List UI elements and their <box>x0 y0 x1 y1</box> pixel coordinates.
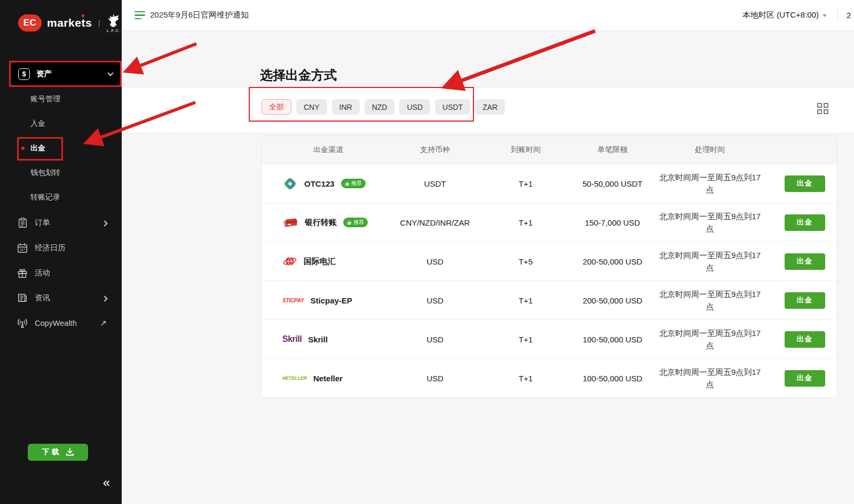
ec-logo-icon: EC <box>18 14 42 31</box>
news-icon <box>17 292 28 304</box>
sidebar-subitem[interactable]: 入金 <box>0 111 122 136</box>
sidebar-item[interactable]: 资讯 <box>0 285 122 310</box>
assets-submenu: 账号管理 入金 出金 钱包划转 转账记录 <box>0 87 122 210</box>
currency-filter-chip[interactable]: CNY <box>296 99 327 115</box>
main-content: 选择出金方式 全部 CNY INR NZD USD USDT <box>122 31 854 504</box>
currency-cell: USD <box>395 374 475 383</box>
limit-cell: 150-7,000 USD <box>576 218 649 227</box>
currency-cell: USD <box>395 335 475 344</box>
announcement-lines-icon <box>135 11 145 20</box>
sticpay-icon: STICPAY <box>282 298 304 303</box>
processing-cell: 北京时间周一至周五9点到17点 <box>649 249 771 274</box>
withdraw-button[interactable]: 出金 <box>785 175 825 192</box>
timezone-selector[interactable]: 本地时区 (UTC+8:00) <box>742 10 827 20</box>
brand-logo: EC markets | L.F.C. <box>0 0 122 38</box>
channel-cell: 银行转账 推荐 <box>262 215 395 229</box>
topbar: 2025年9月6日官网维护通知 本地时区 (UTC+8:00) 2 <box>122 0 854 31</box>
withdraw-methods-table: 出金渠道支持币种到账时间单笔限额处理时间 OTC123 推荐 USDT T+1 … <box>261 135 837 398</box>
table-header-row: 出金渠道支持币种到账时间单笔限额处理时间 <box>262 136 837 164</box>
table-row: STICPAY Sticpay-EP USD T+1 200-50,000 US… <box>262 281 837 319</box>
currency-filter-chip[interactable]: 全部 <box>262 99 291 115</box>
currency-filter-chip[interactable]: INR <box>332 99 360 115</box>
thumbs-up-icon <box>347 220 352 225</box>
grid-view-toggle-icon[interactable] <box>817 103 829 115</box>
limit-cell: 200-50,000 USD <box>576 296 649 305</box>
withdraw-button[interactable]: 出金 <box>785 253 825 270</box>
liver-bird-icon <box>107 13 120 28</box>
chevron-icon <box>102 293 107 302</box>
action-cell: 出金 <box>771 370 837 387</box>
clock-text: 2 <box>847 11 854 20</box>
download-button[interactable]: 下载 <box>28 444 88 461</box>
processing-cell: 北京时间周一至周五9点到17点 <box>649 288 771 313</box>
lfc-logo: L.F.C. <box>107 13 121 33</box>
table-header-cell: 到账时间 <box>475 145 576 155</box>
currency-filter-chip[interactable]: ZAR <box>475 99 505 115</box>
processing-cell: 北京时间周一至周五9点到17点 <box>649 171 771 196</box>
sidebar-item[interactable]: CopyWealth ↗ <box>0 310 122 335</box>
active-dot-icon <box>21 147 25 150</box>
withdraw-button[interactable]: 出金 <box>785 214 825 231</box>
currency-cell: USD <box>395 257 475 266</box>
calendar-icon <box>17 242 28 254</box>
sidebar-item-assets[interactable]: $ 资产 <box>11 62 120 85</box>
sidebar-subitem[interactable]: 账号管理 <box>0 87 122 111</box>
external-icon: ↗ <box>100 318 107 328</box>
withdraw-button[interactable]: 出金 <box>785 292 825 309</box>
limit-cell: 200-50,000 USD <box>576 257 649 266</box>
limit-cell: 100-50,000 USD <box>576 374 649 383</box>
arrival-cell: T+1 <box>475 179 576 188</box>
arrival-cell: T+1 <box>475 374 576 383</box>
arrival-cell: T+5 <box>475 257 576 266</box>
action-cell: 出金 <box>771 214 837 231</box>
logo-divider: | <box>98 19 100 27</box>
channel-cell: NETELLER Neteller <box>262 374 395 383</box>
chevron-icon <box>102 218 107 227</box>
currency-filters: 全部 CNY INR NZD USD USDT ZAR <box>262 99 505 115</box>
sidebar: EC markets | L.F.C. $ 资产 账号管理 入金 <box>0 0 122 504</box>
currency-cell: USD <box>395 296 475 305</box>
sidebar-subitem[interactable]: 钱包划转 <box>0 161 122 185</box>
caret-down-icon <box>823 14 827 17</box>
gift-icon <box>17 267 28 279</box>
table-header-cell: 出金渠道 <box>262 145 395 155</box>
sidebar-item[interactable]: 活动 <box>0 260 122 285</box>
currency-filter-chip[interactable]: NZD <box>365 99 395 115</box>
sidebar-menu: 订单 经济日历 活动 资讯 CopyWe <box>0 210 122 335</box>
chevron-down-icon <box>107 70 113 76</box>
processing-cell: 北京时间周一至周五9点到17点 <box>649 366 771 391</box>
processing-cell: 北京时间周一至周五9点到17点 <box>649 327 771 352</box>
channel-cell: OTC123 推荐 <box>262 176 395 191</box>
currency-filter-chip[interactable]: USD <box>399 99 430 115</box>
limit-cell: 50-50,000 USDT <box>576 179 649 188</box>
withdraw-button[interactable]: 出金 <box>785 370 825 387</box>
table-row: NETELLER Neteller USD T+1 100-50,000 USD… <box>262 358 837 397</box>
maintenance-notice[interactable]: 2025年9月6日官网维护通知 <box>135 10 249 20</box>
topbar-divider <box>837 10 838 21</box>
sidebar-subitem[interactable]: 出金 <box>0 136 122 161</box>
clipboard-icon <box>17 217 28 229</box>
sidebar-subitem[interactable]: 转账记录 <box>0 185 122 210</box>
sidebar-item[interactable]: 订单 <box>0 210 122 235</box>
wire-icon <box>282 254 297 268</box>
limit-cell: 100-50,000 USD <box>576 335 649 344</box>
table-header-cell: 支持币种 <box>395 145 475 155</box>
action-cell: 出金 <box>771 175 837 192</box>
recommended-badge: 推荐 <box>341 179 366 188</box>
table-row: 国际电汇 USD T+5 200-50,000 USD 北京时间周一至周五9点到… <box>262 242 837 281</box>
currency-cell: USDT <box>395 179 475 188</box>
dollar-square-icon: $ <box>18 68 30 80</box>
otc123-icon <box>282 176 298 191</box>
currency-filter-chip[interactable]: USDT <box>435 99 470 115</box>
sidebar-item[interactable]: 经济日历 <box>0 235 122 260</box>
channel-cell: 国际电汇 <box>262 254 395 268</box>
channel-cell: Skrill Skrill <box>262 334 395 344</box>
action-cell: 出金 <box>771 253 837 270</box>
arrival-cell: T+1 <box>475 335 576 344</box>
table-body: OTC123 推荐 USDT T+1 50-50,000 USDT 北京时间周一… <box>262 164 837 397</box>
withdraw-button[interactable]: 出金 <box>785 331 825 348</box>
collapse-sidebar-button[interactable]: « <box>103 476 110 489</box>
thumbs-up-icon <box>345 181 350 186</box>
table-row: OTC123 推荐 USDT T+1 50-50,000 USDT 北京时间周一… <box>262 164 837 203</box>
recommended-badge: 推荐 <box>343 218 368 227</box>
